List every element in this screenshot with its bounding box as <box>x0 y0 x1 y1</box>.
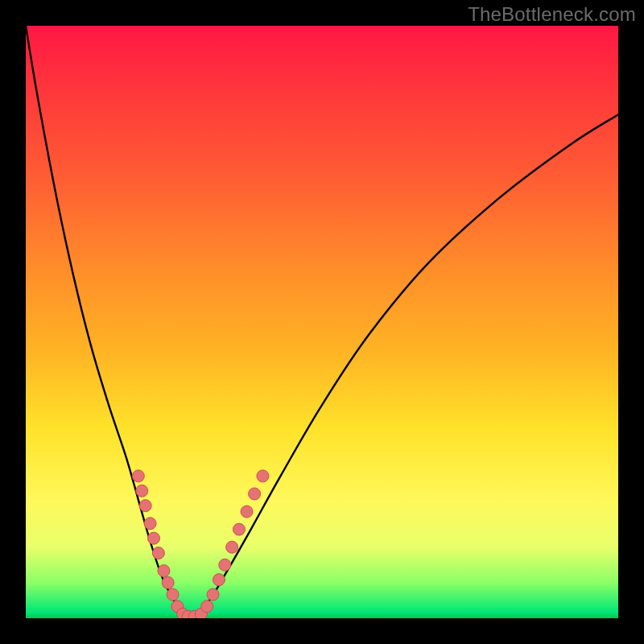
marker-dot <box>219 559 231 571</box>
marker-dot <box>241 506 253 518</box>
marker-dot <box>257 470 269 482</box>
marker-dot <box>207 588 219 601</box>
marker-dot <box>136 485 148 497</box>
marker-dot <box>249 488 261 500</box>
marker-dot <box>201 601 213 613</box>
chart-frame: TheBottleneck.com <box>0 0 644 644</box>
marker-dot <box>147 532 159 544</box>
marker-dot <box>144 518 156 530</box>
marker-dot <box>213 574 225 586</box>
highlight-dots <box>132 470 269 618</box>
marker-dot <box>162 576 174 588</box>
plot-area <box>26 26 618 618</box>
curve-svg <box>26 26 618 618</box>
marker-dot <box>158 565 170 577</box>
marker-dot <box>152 547 164 559</box>
marker-dot <box>226 541 238 553</box>
marker-dot <box>132 470 144 482</box>
marker-dot <box>167 588 179 601</box>
marker-dot <box>233 523 245 535</box>
watermark-text: TheBottleneck.com <box>468 3 636 26</box>
bottleneck-curve <box>26 26 618 618</box>
marker-dot <box>139 500 151 512</box>
